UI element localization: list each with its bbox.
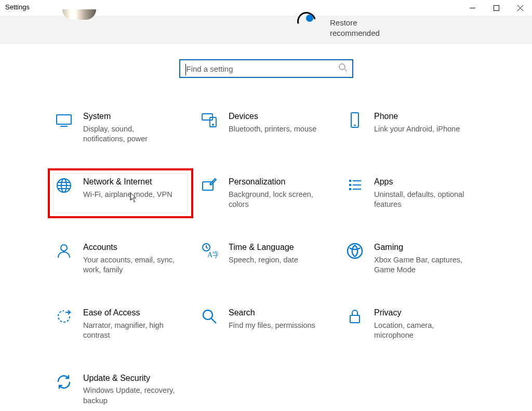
tile-title: System <box>83 111 177 122</box>
svg-rect-19 <box>349 180 351 182</box>
tile-privacy[interactable]: Privacy Location, camera, microphone <box>344 304 479 344</box>
tile-time-language[interactable]: A字 Time & Language Speech, region, date <box>198 239 334 279</box>
tile-desc: Background, lock screen, colors <box>229 190 322 210</box>
minimize-button[interactable] <box>460 0 484 16</box>
accounts-icon <box>55 242 73 260</box>
tile-desc: Windows Update, recovery, backup <box>83 386 177 406</box>
tile-desc: Your accounts, email, sync, work, family <box>83 255 177 275</box>
tile-search[interactable]: Search Find my files, permissions <box>198 304 334 344</box>
svg-rect-1 <box>494 5 499 10</box>
system-icon <box>55 111 73 129</box>
tile-desc: Location, camera, microphone <box>374 321 468 341</box>
svg-point-4 <box>339 64 345 70</box>
tile-desc: Speech, region, date <box>229 255 298 266</box>
tile-phone[interactable]: Phone Link your Android, iPhone <box>344 108 479 148</box>
tile-apps[interactable]: Apps Uninstall, defaults, optional featu… <box>344 174 479 213</box>
update-security-icon <box>55 373 73 391</box>
window-title: Settings <box>5 0 30 11</box>
restore-line2: recommended <box>330 28 380 38</box>
svg-rect-24 <box>353 189 361 190</box>
tile-title: Update & Security <box>83 373 177 384</box>
tile-title: Network & Internet <box>83 177 172 188</box>
search-container <box>0 59 532 78</box>
text-caret <box>185 64 186 75</box>
tile-desc: Display, sound, notifications, power <box>83 124 177 144</box>
tile-network-internet[interactable]: Network & Internet Wi-Fi, airplane mode,… <box>53 174 188 213</box>
svg-text:A字: A字 <box>207 251 218 259</box>
svg-rect-8 <box>202 114 212 120</box>
svg-rect-6 <box>57 115 71 124</box>
header-band: Restore recommended <box>0 16 532 44</box>
time-language-icon: A字 <box>201 242 218 260</box>
tile-desc: Find my files, permissions <box>229 321 315 331</box>
tile-title: Ease of Access <box>83 308 177 319</box>
tile-desc: Wi-Fi, airplane mode, VPN <box>83 190 172 200</box>
tile-system[interactable]: System Display, sound, notifications, po… <box>53 108 188 148</box>
svg-rect-23 <box>353 184 361 185</box>
tile-ease-of-access[interactable]: Ease of Access Narrator, magnifier, high… <box>53 304 188 344</box>
search-category-icon <box>201 308 218 325</box>
svg-rect-20 <box>349 184 351 186</box>
avatar <box>62 9 96 20</box>
svg-line-28 <box>206 247 208 248</box>
svg-line-5 <box>344 69 347 71</box>
tile-desc: Uninstall, defaults, optional features <box>374 190 468 210</box>
maximize-button[interactable] <box>484 0 508 16</box>
search-input[interactable] <box>185 64 339 74</box>
tile-desc: Xbox Game Bar, captures, Game Mode <box>374 255 468 275</box>
svg-point-31 <box>203 310 212 320</box>
svg-point-10 <box>212 124 214 125</box>
privacy-icon <box>346 308 364 325</box>
tile-desc: Bluetooth, printers, mouse <box>229 124 316 135</box>
devices-icon <box>201 111 218 129</box>
tile-title: Time & Language <box>229 242 298 253</box>
restore-line1: Restore <box>330 18 380 28</box>
tile-title: Privacy <box>374 308 468 319</box>
svg-rect-22 <box>353 180 361 181</box>
restore-recommended-label[interactable]: Restore recommended <box>330 18 380 38</box>
svg-rect-21 <box>349 188 351 190</box>
tile-title: Search <box>229 308 315 319</box>
tile-gaming[interactable]: Gaming Xbox Game Bar, captures, Game Mod… <box>344 239 479 279</box>
ease-of-access-icon <box>55 308 73 325</box>
globe-icon <box>55 177 73 194</box>
settings-grid: System Display, sound, notifications, po… <box>53 108 479 409</box>
tile-title: Devices <box>229 111 316 122</box>
windows-update-icon <box>297 12 316 31</box>
svg-rect-33 <box>350 315 360 323</box>
tile-title: Apps <box>374 177 468 188</box>
apps-icon <box>346 177 364 194</box>
tile-devices[interactable]: Devices Bluetooth, printers, mouse <box>198 108 334 148</box>
tile-title: Accounts <box>83 242 177 253</box>
svg-point-25 <box>61 245 67 251</box>
tile-desc: Narrator, magnifier, high contrast <box>83 321 177 341</box>
window-controls <box>460 0 532 16</box>
gaming-icon <box>346 242 364 260</box>
tile-update-security[interactable]: Update & Security Windows Update, recove… <box>53 370 188 409</box>
close-button[interactable] <box>508 0 532 16</box>
tile-title: Phone <box>374 111 460 122</box>
phone-icon <box>346 111 364 129</box>
tile-title: Personalization <box>229 177 322 188</box>
tile-desc: Link your Android, iPhone <box>374 124 460 135</box>
tile-personalization[interactable]: Personalization Background, lock screen,… <box>198 174 334 213</box>
personalization-icon <box>201 177 218 194</box>
svg-line-32 <box>211 319 216 323</box>
search-icon <box>339 63 347 74</box>
tile-title: Gaming <box>374 242 468 253</box>
tile-accounts[interactable]: Accounts Your accounts, email, sync, wor… <box>53 239 188 279</box>
search-box[interactable] <box>179 59 353 78</box>
